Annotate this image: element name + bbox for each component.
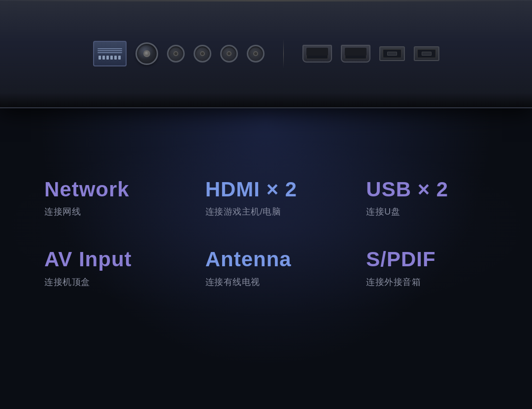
labels-section: Network 连接网线 HDMI × 2 连接游戏主机/电脑 USB × 2 … (0, 138, 532, 317)
label-av: AV Input 连接机顶盒 (30, 237, 181, 297)
usb-port-2 (414, 46, 439, 61)
ports-divider (283, 39, 284, 68)
ethernet-line-3 (98, 52, 122, 53)
label-usb-subtitle: 连接U盘 (366, 206, 400, 218)
label-network-title: Network (44, 177, 130, 202)
label-network-subtitle: 连接网线 (44, 206, 81, 218)
label-antenna-title: Antenna (205, 247, 292, 272)
panel-reflection (0, 108, 532, 138)
label-usb: USB × 2 连接U盘 (351, 167, 502, 227)
ports-row (64, 39, 469, 68)
ethernet-pin-6 (118, 56, 121, 60)
usb-port-1 (379, 46, 405, 61)
av-circle-4 (247, 45, 265, 63)
label-hdmi-title: HDMI × 2 (205, 177, 298, 202)
hdmi-inner-1 (306, 48, 328, 59)
ethernet-pin-1 (99, 56, 101, 60)
av-circle-2 (194, 45, 211, 63)
label-antenna-subtitle: 连接有线电视 (205, 276, 260, 288)
ethernet-pin-3 (106, 56, 109, 60)
label-av-subtitle: 连接机顶盒 (44, 276, 90, 288)
label-spdif-title: S/PDIF (366, 247, 435, 272)
ethernet-pin-5 (114, 56, 117, 60)
label-hdmi-subtitle: 连接游戏主机/电脑 (205, 206, 281, 218)
port-panel (0, 0, 532, 108)
av-inner-2 (200, 51, 205, 56)
ethernet-pins (99, 56, 121, 60)
label-network: Network 连接网线 (30, 167, 181, 227)
hdmi-inner-2 (345, 48, 366, 59)
usb-tab-2 (422, 52, 432, 56)
label-spdif-subtitle: 连接外接音箱 (366, 276, 421, 288)
coaxial-inner (143, 50, 150, 57)
ethernet-line-1 (98, 48, 122, 49)
label-av-title: AV Input (44, 247, 132, 272)
av-inner-1 (173, 51, 178, 56)
ethernet-port (93, 41, 127, 66)
usb-inner-2 (417, 49, 436, 58)
label-usb-title: USB × 2 (366, 177, 448, 202)
ethernet-line-2 (98, 50, 122, 51)
hdmi-port-1 (302, 45, 332, 63)
av-circle-1 (167, 45, 185, 63)
ethernet-lines (98, 48, 122, 53)
usb-tab-1 (387, 52, 397, 56)
ethernet-pin-2 (102, 56, 105, 60)
av-inner-3 (227, 51, 232, 56)
ethernet-pin-4 (110, 56, 113, 60)
usb-inner-1 (383, 49, 401, 58)
label-hdmi: HDMI × 2 连接游戏主机/电脑 (191, 167, 342, 227)
label-antenna: Antenna 连接有线电视 (191, 237, 342, 297)
av-circle-3 (220, 45, 238, 63)
av-inner-4 (253, 51, 258, 56)
coaxial-port (135, 42, 158, 65)
hdmi-port-2 (341, 45, 370, 63)
label-spdif: S/PDIF 连接外接音箱 (351, 237, 502, 297)
